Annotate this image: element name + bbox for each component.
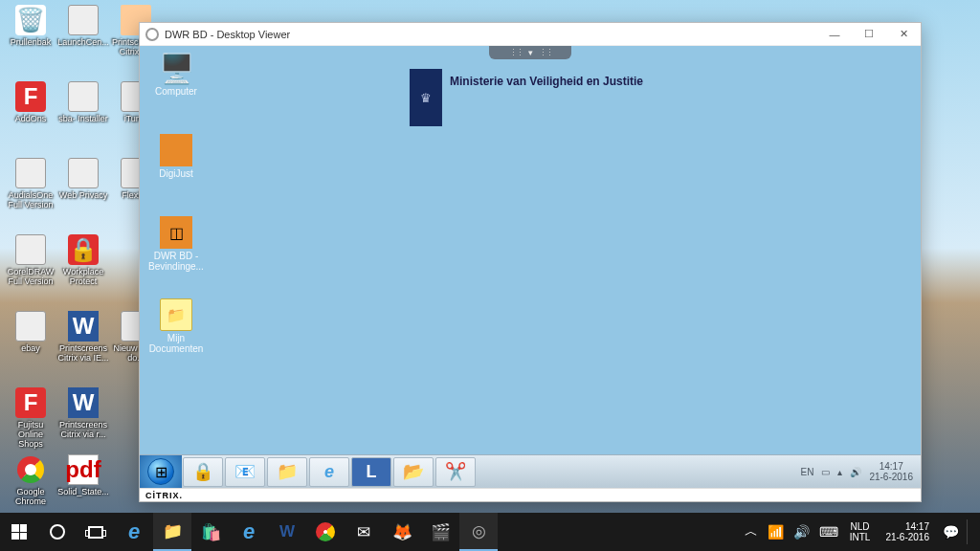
desktop-icon[interactable]: LaunchCen... [57, 5, 109, 47]
desktop-icon[interactable]: Web Privacy [57, 158, 109, 200]
icon-label: CorelDRAW Full Version [5, 267, 56, 286]
minimize-button[interactable]: — [817, 23, 852, 46]
desktop-icon[interactable]: Google Chrome [5, 454, 56, 506]
icon-label: AudialsOne Full Version [5, 190, 56, 209]
icon-label: Mijn Documenten [147, 333, 205, 354]
icon-label: Web Privacy [57, 190, 109, 200]
remote-date: 21-6-2016 [869, 472, 913, 482]
remote-desktop-icon[interactable]: DigiJust [147, 134, 205, 179]
desktop-icon[interactable]: ebay [5, 311, 56, 353]
citrix-icon [145, 28, 159, 41]
start-button[interactable] [0, 513, 38, 551]
show-desktop-button[interactable] [967, 519, 978, 544]
icon-label: LaunchCen... [57, 37, 109, 47]
battery-icon[interactable]: ▭ [821, 467, 830, 477]
desktop-icon[interactable]: FAddOns [5, 81, 56, 123]
remote-desktop-icon[interactable]: 🖥️Computer [147, 52, 205, 97]
start-orb-icon: ⊞ [147, 458, 174, 485]
edge-button[interactable]: e [115, 513, 153, 551]
wifi-icon[interactable]: 📶 [766, 524, 786, 540]
icon-label: Prullenbak [5, 37, 56, 47]
icon-label: Fujitsu Online Shops [5, 420, 56, 449]
remote-lang-indicator[interactable]: EN [801, 467, 814, 477]
remote-desktop-icon[interactable]: 📁Mijn Documenten [147, 298, 205, 354]
desktop-icon[interactable]: AudialsOne Full Version [5, 158, 56, 209]
keyboard-icon[interactable]: ⌨ [817, 524, 840, 540]
icon-label: Solid_State... [57, 487, 109, 496]
desktop-icon[interactable]: 🗑️Prullenbak [5, 5, 56, 47]
remote-desktop-window: DWR BD - Desktop Viewer — ☐ ✕ ▾ ♛ Minist… [139, 22, 922, 502]
lync-icon[interactable]: L [351, 457, 391, 487]
chrome-button[interactable] [306, 513, 345, 551]
icon-label: Printscreens Citrix via r... [57, 420, 109, 439]
host-lang1: NLD [850, 521, 871, 532]
icon-label: DWR BD - Bevindinge... [147, 251, 205, 272]
icon-label: AddOns [5, 114, 56, 123]
icon-label: DigiJust [147, 168, 205, 179]
citrix-brand-bar: CİTRIX. [140, 488, 921, 501]
icon-label: Workplace Protect [57, 267, 109, 286]
firefox-button[interactable]: 🦊 [383, 513, 421, 551]
action-center-icon[interactable]: 💬 [941, 524, 961, 540]
outlook-icon[interactable]: 📧 [225, 457, 265, 487]
volume-icon[interactable]: 🔊 [791, 524, 812, 540]
desktop-icon[interactable]: WPrintscreens Citrix via IE... [57, 311, 109, 363]
mail-button[interactable]: ✉ [345, 513, 383, 551]
ministry-banner: ♛ Ministerie van Veiligheid en Justitie [410, 69, 651, 126]
desktop-icon[interactable]: sba- Installer [57, 81, 109, 123]
close-button[interactable]: ✕ [886, 23, 921, 46]
desktop-icon[interactable]: 🔒Workplace Protect [57, 234, 109, 286]
icon-label: ebay [5, 343, 56, 353]
citrix-button[interactable]: ◎ [459, 513, 498, 551]
host-clock[interactable]: 14:17 21-6-2016 [880, 521, 935, 542]
cortana-button[interactable] [38, 513, 77, 551]
desktop-icon[interactable]: WPrintscreens Citrix via r... [57, 387, 109, 439]
window-titlebar[interactable]: DWR BD - Desktop Viewer — ☐ ✕ [140, 23, 921, 46]
media-button[interactable]: 🎬 [421, 513, 459, 551]
icon-label: sba- Installer [57, 114, 109, 123]
host-date: 21-6-2016 [885, 532, 929, 542]
icon-label: Google Chrome [5, 487, 56, 506]
explorer-icon[interactable]: 📁 [267, 457, 307, 487]
crest-icon: ♛ [410, 69, 442, 126]
window-title: DWR BD - Desktop Viewer [165, 29, 290, 40]
ministry-text: Ministerie van Veiligheid en Justitie [442, 69, 651, 88]
word-button[interactable]: W [268, 513, 306, 551]
host-lang-indicator[interactable]: NLD INTL [846, 521, 875, 542]
volume-icon[interactable]: 🔊 [850, 467, 861, 477]
icon-label: Computer [147, 86, 205, 97]
desktop-icon[interactable]: pdfSolid_State... [57, 454, 109, 496]
ie-button[interactable]: e [230, 513, 268, 551]
host-lang2: INTL [850, 532, 871, 542]
ie-icon[interactable]: e [309, 457, 349, 487]
desktop-icon[interactable]: FFujitsu Online Shops [5, 387, 56, 449]
maximize-button[interactable]: ☐ [852, 23, 886, 46]
host-taskbar[interactable]: e📁🛍️eW✉🦊🎬◎ ︿ 📶 🔊 ⌨ NLD INTL 14:17 21-6-2… [0, 513, 980, 551]
remote-system-tray[interactable]: EN ▭ ▴ 🔊 14:17 21-6-2016 [801, 461, 922, 482]
remote-desktop[interactable]: ▾ ♛ Ministerie van Veiligheid en Justiti… [140, 46, 921, 501]
remote-time: 14:17 [869, 461, 913, 472]
citrix-toolbar-tab[interactable]: ▾ [489, 46, 571, 59]
snip-icon[interactable]: ✂️ [435, 457, 476, 487]
desktop-icon[interactable]: CorelDRAW Full Version [5, 234, 56, 286]
host-time: 14:17 [885, 521, 929, 532]
tray-chevron-icon[interactable]: ▴ [837, 467, 842, 477]
remote-taskbar[interactable]: ⊞ 🔒📧📁eL📂✂️ EN ▭ ▴ 🔊 14:17 21-6-2016 [140, 454, 921, 488]
explorer-button[interactable]: 📁 [153, 513, 191, 551]
folder-icon[interactable]: 📂 [393, 457, 434, 487]
store-button[interactable]: 🛍️ [191, 513, 230, 551]
tray-chevron-up-icon[interactable]: ︿ [743, 523, 760, 540]
icon-label: Printscreens Citrix via IE... [57, 343, 109, 363]
remote-desktop-icon[interactable]: ◫DWR BD - Bevindinge... [147, 216, 205, 272]
remote-start-button[interactable]: ⊞ [140, 455, 182, 489]
host-system-tray[interactable]: ︿ 📶 🔊 ⌨ NLD INTL 14:17 21-6-2016 💬 [743, 519, 980, 544]
lock-icon[interactable]: 🔒 [183, 457, 223, 487]
remote-clock[interactable]: 14:17 21-6-2016 [869, 461, 913, 482]
taskview-button[interactable] [77, 513, 115, 551]
